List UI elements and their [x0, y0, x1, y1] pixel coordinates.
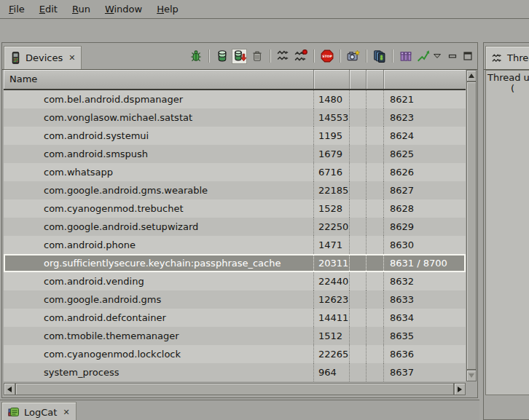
threads-tabbar: Threads [484, 43, 529, 70]
process-pid: 1528 [314, 199, 350, 218]
menu-window[interactable]: Window [98, 1, 149, 17]
view-menu-icon[interactable] [431, 50, 443, 62]
tab-threads[interactable]: Threads [485, 46, 529, 69]
update-heap-icon[interactable] [214, 49, 230, 64]
process-cell-2 [367, 345, 384, 363]
process-row[interactable]: com.android.smspush16798625 [4, 145, 466, 163]
vertical-scrollbar-thumb[interactable] [466, 82, 477, 370]
process-cell-2 [367, 145, 384, 163]
process-name: com.android.systemui [4, 127, 314, 145]
process-cell-1 [350, 181, 367, 199]
menu-run[interactable]: Run [65, 1, 98, 17]
stop-process-icon[interactable]: STOP [319, 49, 334, 64]
process-row[interactable]: com.android.vending224408632 [4, 272, 466, 290]
process-port: 8621 [384, 90, 466, 108]
tab-logcat-label: LogCat [24, 407, 57, 418]
process-table: com.bel.android.dspmanager14808621com.vo… [4, 90, 466, 381]
dump-hprof-icon[interactable] [232, 49, 247, 64]
process-cell-2 [367, 309, 384, 327]
process-pid: 14411 [314, 309, 350, 327]
process-port: 8635 [384, 327, 466, 345]
column-header-2[interactable] [367, 70, 384, 89]
arrow-up-icon [469, 74, 474, 78]
process-name: com.bel.android.dspmanager [4, 90, 314, 108]
process-row[interactable]: com.google.android.gms126238633 [4, 290, 466, 309]
systrace-icon[interactable] [372, 49, 387, 64]
column-header-name[interactable]: Name [4, 70, 314, 89]
process-pid: 22185 [314, 181, 350, 199]
tab-logcat[interactable]: LogCat ✕ [1, 402, 77, 420]
process-cell-1 [350, 254, 367, 272]
process-port: 8623 [384, 108, 466, 127]
cause-gc-icon[interactable] [249, 49, 264, 64]
vertical-scrollbar[interactable] [466, 70, 477, 381]
process-port: 8632 [384, 272, 466, 290]
process-name: com.android.vending [4, 272, 314, 290]
scroll-down-button[interactable] [466, 370, 477, 381]
process-row[interactable]: com.cyanogenmod.lockclock222658636 [4, 345, 466, 363]
maximize-icon[interactable] [462, 50, 474, 62]
process-cell-1 [350, 309, 367, 327]
column-header-port[interactable] [384, 70, 466, 89]
debug-icon[interactable] [188, 49, 203, 64]
process-row[interactable]: com.tmobile.thememanager15128635 [4, 327, 466, 345]
process-cell-2 [367, 290, 384, 309]
process-row[interactable]: com.android.defcontainer144118634 [4, 309, 466, 327]
menu-file[interactable]: File [1, 1, 32, 17]
process-cell-2 [367, 363, 384, 381]
process-cell-2 [367, 199, 384, 218]
process-row[interactable]: com.whatsapp67168626 [4, 163, 466, 181]
process-pid: 14553 [314, 108, 350, 127]
threads-view: Threads Thread up ( [483, 42, 529, 420]
menu-help[interactable]: Help [149, 1, 186, 17]
process-cell-1 [350, 290, 367, 309]
horizontal-scrollbar[interactable] [4, 383, 466, 395]
process-row[interactable]: com.bel.android.dspmanager14808621 [4, 90, 466, 108]
process-name: com.android.defcontainer [4, 309, 314, 327]
process-cell-2 [367, 218, 384, 236]
threads-message: Thread up ( [485, 70, 529, 395]
minimize-icon[interactable] [447, 50, 458, 62]
threads-message-line1: Thread up [486, 72, 529, 83]
column-header-1[interactable] [350, 70, 367, 89]
arrow-left-icon [7, 387, 12, 392]
view-hierarchy-icon[interactable] [398, 49, 413, 64]
close-icon[interactable]: ✕ [68, 53, 75, 63]
process-pid: 20311 [314, 254, 350, 272]
close-icon[interactable]: ✕ [63, 408, 69, 417]
process-row[interactable]: com.vonglasow.michael.satstat145538623 [4, 108, 466, 127]
method-profiling-icon[interactable] [293, 49, 308, 64]
process-row[interactable]: system_process9648637 [4, 363, 466, 381]
tab-devices[interactable]: Devices ✕ [4, 46, 82, 69]
process-name: system_process [4, 363, 314, 381]
scroll-left-button[interactable] [4, 383, 15, 395]
process-port: 8624 [384, 127, 466, 145]
process-cell-2 [367, 181, 384, 199]
process-row[interactable]: com.google.android.gms.wearable221858627 [4, 181, 466, 199]
process-row[interactable]: com.android.phone14718630 [4, 236, 466, 254]
process-row[interactable]: com.android.systemui11958624 [4, 127, 466, 145]
column-header-pid[interactable] [314, 70, 350, 89]
opengl-trace-icon[interactable] [415, 49, 431, 64]
process-port: 8629 [384, 218, 466, 236]
devices-toolbar: STOP [188, 45, 431, 67]
process-pid: 1512 [314, 327, 350, 345]
process-name: org.sufficientlysecure.keychain:passphra… [4, 254, 314, 272]
device-phone-icon [10, 52, 21, 64]
process-port: 8626 [384, 163, 466, 181]
scroll-right-button[interactable] [454, 383, 466, 395]
process-port: 8625 [384, 145, 466, 163]
scroll-up-button[interactable] [466, 70, 477, 82]
screen-capture-icon[interactable] [345, 49, 361, 64]
process-cell-2 [367, 236, 384, 254]
process-name: com.android.phone [4, 236, 314, 254]
process-row[interactable]: com.cyanogenmod.trebuchet15288628 [4, 199, 466, 218]
process-name: com.android.smspush [4, 145, 314, 163]
horizontal-scrollbar-thumb[interactable] [15, 383, 454, 395]
update-threads-icon[interactable] [275, 49, 291, 64]
process-cell-2 [367, 90, 384, 108]
process-row[interactable]: org.sufficientlysecure.keychain:passphra… [4, 254, 466, 272]
menu-edit[interactable]: Edit [32, 1, 65, 17]
process-row[interactable]: com.google.android.setupwizard222508629 [4, 218, 466, 236]
process-cell-2 [367, 272, 384, 290]
